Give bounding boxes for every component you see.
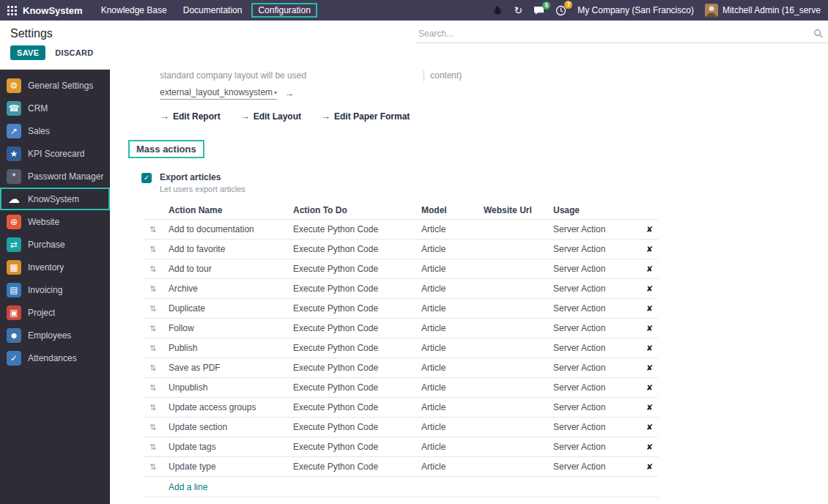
delete-row-icon[interactable]: ✘ — [641, 304, 658, 314]
top-navbar: KnowSystem Knowledge Base Documentation … — [0, 0, 828, 21]
sidebar-item-crm[interactable]: ☎ CRM — [0, 97, 110, 119]
cell-model: Article — [418, 303, 480, 314]
drag-handle-icon[interactable]: ⇅ — [143, 442, 165, 452]
cell-action-name: Update access groups — [165, 402, 289, 412]
delete-row-icon[interactable]: ✘ — [641, 324, 658, 333]
drag-handle-icon[interactable]: ⇅ — [143, 304, 165, 314]
sidebar-item-general-settings[interactable]: ⚙ General Settings — [0, 74, 110, 97]
employees-app-icon: ☻ — [7, 328, 21, 343]
cell-action-name: Update type — [165, 462, 289, 472]
cell-model: Article — [418, 224, 480, 234]
messages-badge: 5 — [542, 1, 550, 10]
drag-handle-icon[interactable]: ⇅ — [143, 245, 165, 254]
apps-grid-icon[interactable] — [7, 6, 17, 15]
edit-paper-format-link[interactable]: →Edit Paper Format — [321, 111, 410, 122]
mass-actions-section-title: Mass actions — [128, 140, 204, 158]
main-area: ⚙ General Settings ☎ CRM ↗ Sales ★ KPI S… — [0, 70, 828, 504]
general-settings-app-icon: ⚙ — [7, 78, 21, 93]
menu-configuration[interactable]: Configuration — [251, 3, 317, 18]
delete-row-icon[interactable]: ✘ — [641, 403, 658, 412]
export-articles-label: Export articles — [160, 172, 245, 182]
refresh-icon[interactable]: ↻ — [514, 5, 522, 15]
drag-handle-icon[interactable]: ⇅ — [143, 324, 165, 333]
edit-report-link[interactable]: →Edit Report — [160, 111, 221, 122]
sidebar-item-purchase[interactable]: ⇄ Purchase — [0, 233, 110, 256]
delete-row-icon[interactable]: ✘ — [641, 284, 658, 294]
drag-handle-icon[interactable]: ⇅ — [143, 403, 165, 412]
delete-row-icon[interactable]: ✘ — [641, 442, 658, 452]
cell-action-name: Add to tour — [165, 264, 289, 274]
sidebar-item-kpi-scorecard[interactable]: ★ KPI Scorecard — [0, 142, 110, 165]
sidebar-item-label: Website — [28, 217, 59, 227]
internal-link-arrow-icon[interactable]: → — [284, 88, 294, 99]
table-row: ⇅ Publish Execute Python Code Article Se… — [143, 338, 658, 358]
layout-select-value: external_layout_knowsystem — [160, 87, 273, 97]
delete-row-icon[interactable]: ✘ — [641, 423, 658, 432]
cell-action-to-do: Execute Python Code — [289, 284, 418, 294]
app-name[interactable]: KnowSystem — [23, 5, 83, 16]
sidebar-item-project[interactable]: ▣ Project — [0, 301, 110, 324]
drag-handle-icon[interactable]: ⇅ — [143, 462, 165, 472]
cell-action-to-do: Execute Python Code — [289, 264, 418, 274]
cell-model: Article — [418, 363, 480, 373]
drag-handle-icon[interactable]: ⇅ — [143, 264, 165, 274]
delete-row-icon[interactable]: ✘ — [641, 264, 658, 274]
messages-icon[interactable]: 5 — [533, 6, 544, 15]
sidebar-item-label: Employees — [28, 330, 71, 341]
table-row: ⇅ Archive Execute Python Code Article Se… — [143, 279, 658, 299]
activities-badge: 7 — [564, 1, 572, 9]
drag-handle-icon[interactable]: ⇅ — [143, 225, 165, 234]
export-articles-checkbox[interactable]: ✓ — [141, 173, 152, 183]
cell-action-to-do: Execute Python Code — [289, 442, 418, 452]
menu-documentation[interactable]: Documentation — [177, 3, 249, 18]
cell-usage: Server Action — [550, 244, 641, 254]
delete-row-icon[interactable]: ✘ — [641, 245, 658, 254]
delete-row-icon[interactable]: ✘ — [641, 462, 658, 472]
sidebar-item-password-manager[interactable]: * Password Manager — [0, 165, 110, 188]
sidebar-item-sales[interactable]: ↗ Sales — [0, 119, 110, 142]
delete-row-icon[interactable]: ✘ — [641, 344, 658, 353]
search-input[interactable] — [415, 29, 813, 39]
sidebar-item-employees[interactable]: ☻ Employees — [0, 324, 110, 346]
add-a-line-link[interactable]: Add a line — [165, 482, 658, 492]
drag-handle-icon[interactable]: ⇅ — [143, 284, 165, 294]
sidebar-item-knowsystem[interactable]: ☁ KnowSystem — [0, 188, 110, 210]
drag-handle-icon[interactable]: ⇅ — [143, 344, 165, 353]
cell-action-to-do: Execute Python Code — [289, 244, 418, 254]
sidebar-item-label: General Settings — [28, 81, 93, 91]
layout-select[interactable]: external_layout_knowsystem ▾ — [160, 87, 277, 100]
cell-action-to-do: Execute Python Code — [289, 303, 418, 314]
drag-handle-icon[interactable]: ⇅ — [143, 423, 165, 432]
table-row: ⇅ Unpublish Execute Python Code Article … — [143, 378, 658, 398]
delete-row-icon[interactable]: ✘ — [641, 363, 658, 373]
delete-row-icon[interactable]: ✘ — [641, 225, 658, 234]
user-menu[interactable]: Mitchell Admin (16_serve — [705, 4, 821, 17]
search-icon[interactable] — [813, 29, 823, 38]
table-row: ⇅ Duplicate Execute Python Code Article … — [143, 299, 658, 319]
sidebar-item-inventory[interactable]: ▦ Inventory — [0, 256, 110, 278]
drag-handle-icon[interactable]: ⇅ — [143, 363, 165, 373]
project-app-icon: ▣ — [7, 305, 21, 320]
cell-action-name: Publish — [165, 343, 289, 353]
refresh-glyph: ↻ — [514, 5, 522, 15]
activities-clock-icon[interactable]: 7 — [555, 5, 566, 16]
sidebar-item-attendances[interactable]: ✓ Attendances — [0, 346, 110, 369]
drag-handle-icon[interactable]: ⇅ — [143, 383, 165, 393]
navbar-right-cluster: ↻ 5 7 My Company (San Francisco) Mitchel… — [492, 4, 821, 17]
delete-row-icon[interactable]: ✘ — [641, 383, 658, 393]
debug-bug-icon[interactable] — [492, 5, 503, 15]
col-header-action-to-do: Action To Do — [289, 205, 418, 215]
menu-knowledge-base[interactable]: Knowledge Base — [95, 3, 174, 18]
settings-content: standard company layout will be used con… — [110, 70, 828, 504]
discard-button[interactable]: DISCARD — [55, 48, 93, 57]
edit-paper-format-label: Edit Paper Format — [334, 111, 410, 122]
edit-layout-link[interactable]: →Edit Layout — [240, 111, 301, 122]
cell-model: Article — [418, 264, 480, 274]
sidebar-item-invoicing[interactable]: ▤ Invoicing — [0, 278, 110, 301]
cell-model: Article — [418, 244, 480, 254]
save-button[interactable]: SAVE — [10, 45, 45, 60]
company-switcher[interactable]: My Company (San Francisco) — [577, 5, 694, 15]
sidebar-item-website[interactable]: ⊕ Website — [0, 210, 110, 233]
table-row: ⇅ Update access groups Execute Python Co… — [143, 398, 658, 418]
cell-action-name: Add to documentation — [165, 224, 289, 234]
